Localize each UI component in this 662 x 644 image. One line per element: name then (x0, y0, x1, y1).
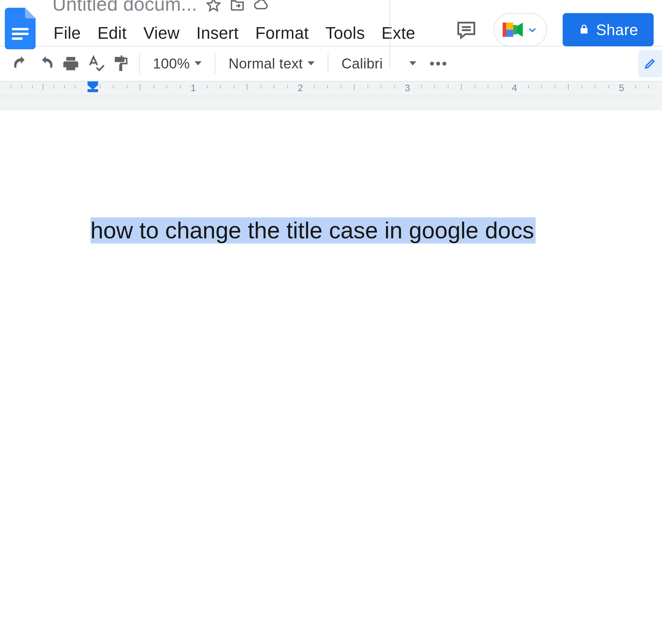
chevron-down-icon (529, 24, 536, 35)
ruler-tick-label: 1 (191, 83, 196, 93)
chevron-down-icon (307, 61, 314, 66)
menu-extensions[interactable]: Exte (373, 21, 424, 45)
share-button-label: Share (596, 20, 638, 39)
menu-insert[interactable]: Insert (188, 21, 247, 45)
indent-marker[interactable] (87, 81, 98, 96)
zoom-value: 100% (153, 55, 190, 72)
docs-app-icon[interactable] (5, 7, 36, 49)
horizontal-ruler[interactable]: 12345 (0, 81, 662, 96)
font-select[interactable]: Calibri (334, 55, 423, 72)
toolbar-separator (215, 54, 216, 74)
svg-rect-2 (12, 37, 23, 39)
svg-rect-1 (12, 32, 29, 34)
document-title[interactable]: Untitled docum... (52, 0, 197, 16)
meet-icon (503, 21, 524, 38)
menu-edit[interactable]: Edit (89, 21, 135, 45)
menu-view[interactable]: View (135, 21, 188, 45)
toolbar-separator (139, 54, 140, 74)
editor-canvas: how to change the title case in google d… (0, 96, 662, 644)
menu-format[interactable]: Format (247, 21, 317, 45)
lock-icon (578, 20, 590, 39)
meet-button[interactable] (493, 13, 547, 46)
menu-tools[interactable]: Tools (317, 21, 373, 45)
paint-format-button[interactable] (108, 52, 133, 75)
svg-rect-8 (513, 25, 517, 34)
ruler-tick-label: 3 (405, 83, 410, 93)
title-bar: Untitled docum... (0, 0, 662, 39)
menu-file[interactable]: File (52, 21, 89, 45)
zoom-select[interactable]: 100% (146, 55, 209, 72)
print-button[interactable] (58, 52, 83, 75)
toolbar: 100% Normal text Calibri ••• (0, 47, 662, 81)
svg-rect-6 (506, 23, 513, 30)
menu-bar: File Edit View Insert Format Tools Exte (52, 21, 424, 45)
svg-rect-7 (506, 30, 513, 37)
undo-button[interactable] (8, 52, 33, 75)
ruler-tick-label: 4 (512, 83, 517, 93)
ruler-tick-label: 5 (619, 83, 624, 93)
svg-rect-0 (12, 28, 29, 30)
toolbar-separator (328, 54, 328, 74)
chevron-down-icon (409, 61, 416, 66)
editing-mode-button[interactable] (638, 50, 662, 77)
move-to-folder-icon[interactable] (229, 0, 245, 12)
document-page[interactable]: how to change the title case in google d… (0, 111, 662, 644)
paragraph-style-select[interactable]: Normal text (221, 55, 322, 72)
redo-button[interactable] (33, 52, 58, 75)
spellcheck-button[interactable] (83, 52, 108, 75)
share-button[interactable]: Share (563, 13, 654, 46)
comments-icon[interactable] (455, 18, 479, 42)
selected-text[interactable]: how to change the title case in google d… (90, 217, 535, 244)
toolbar-overflow-button[interactable]: ••• (423, 55, 454, 72)
paragraph-style-value: Normal text (228, 55, 303, 72)
chevron-down-icon (195, 61, 202, 66)
font-value: Calibri (341, 55, 383, 72)
star-icon[interactable] (205, 0, 221, 12)
cloud-status-icon[interactable] (253, 0, 269, 12)
ruler-tick-label: 2 (298, 83, 303, 93)
